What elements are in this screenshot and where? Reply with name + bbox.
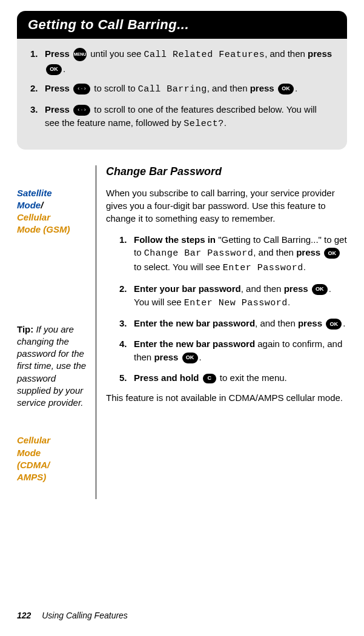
step-number: 3.	[119, 317, 134, 330]
step-text: .	[224, 118, 227, 128]
mode-satellite: Satellite	[17, 188, 52, 198]
grey-step-1: 1. Press MENU until you see Call Related…	[30, 47, 334, 76]
step-text: Press and hold	[134, 373, 199, 383]
step-text: , and then	[255, 318, 298, 328]
step-number: 4.	[119, 337, 134, 364]
sidebar: Satellite Mode/ Cellular Mode (GSM) Tip:…	[17, 165, 96, 500]
mode-cellular-cdma: (CDMA/	[17, 460, 50, 470]
mode-cellular-cdma: AMPS)	[17, 472, 46, 482]
intro-paragraph: When you subscribe to call barring, your…	[106, 187, 347, 225]
mode-cellular-cdma: Cellular	[17, 435, 50, 445]
step-text: Press	[45, 104, 70, 114]
main-step-5: 5. Press and hold C to exit the menu.	[119, 371, 347, 385]
mode-separator: /	[41, 200, 43, 210]
ok-icon: OK	[324, 248, 340, 259]
step-text: , and then	[265, 48, 308, 59]
grey-step-3: 3. Press ‹ · › to scroll to one of the f…	[30, 103, 334, 131]
section-banner: Getting to Call Barring...	[17, 11, 347, 39]
step-text: press	[154, 352, 178, 362]
step-text: Enter the new bar password	[134, 339, 255, 349]
scroll-icon: ‹ · ›	[73, 105, 90, 116]
step-text: .	[199, 352, 202, 362]
step-number: 2.	[30, 82, 45, 97]
ok-icon: OK	[278, 84, 294, 94]
main-step-1: 1. Follow the steps in "Getting to Call …	[119, 233, 347, 275]
step-text: press	[298, 318, 322, 328]
lcd-text: Change Bar Password	[144, 248, 254, 259]
step-text: Enter the new bar password	[134, 318, 255, 328]
step-number: 1.	[119, 233, 134, 275]
step-text: .	[343, 318, 345, 328]
cdma-note: This feature is not available in CDMA/AM…	[106, 391, 347, 404]
step-text: press	[284, 283, 308, 294]
grey-step-2: 2. Press ‹ · › to scroll to Call Barring…	[30, 82, 334, 97]
step-text: Follow the steps in	[134, 234, 216, 245]
main-step-4: 4. Enter the new bar password again to c…	[119, 337, 347, 364]
step-text: .	[288, 297, 290, 307]
lcd-text: Call Related Features	[144, 50, 265, 60]
step-text: press	[296, 247, 320, 257]
lcd-text: Select?	[184, 119, 224, 129]
step-text: press	[250, 83, 274, 93]
mode-label-sat-gsm: Satellite Mode/ Cellular Mode (GSM)	[17, 187, 87, 236]
tip-label: Tip:	[17, 324, 33, 334]
step-text: to select. You will see	[134, 262, 223, 272]
step-number: 3.	[30, 103, 45, 131]
step-text: , and then	[207, 83, 250, 93]
step-text: , and then	[241, 283, 284, 294]
step-text: press	[308, 48, 332, 59]
step-text: .	[295, 83, 297, 93]
menu-icon: MENU	[73, 48, 87, 61]
step-text: to scroll to	[91, 83, 138, 93]
mode-satellite: Mode	[17, 200, 41, 210]
navigation-steps-box: 1. Press MENU until you see Call Related…	[17, 39, 347, 150]
main-content: Change Bar Password When you subscribe t…	[96, 165, 347, 500]
c-icon: C	[203, 374, 216, 383]
step-text: until you see	[88, 48, 144, 59]
subsection-title: Change Bar Password	[106, 165, 347, 178]
step-number: 5.	[119, 371, 134, 385]
step-text: Press	[45, 48, 70, 59]
step-text: .	[63, 64, 65, 74]
main-step-2: 2. Enter your bar password, and then pre…	[119, 282, 347, 310]
step-text: Press	[45, 83, 70, 93]
step-text: , and then	[253, 247, 296, 257]
mode-cellular-gsm: Cellular	[17, 212, 50, 222]
tip-body: If you are changing the password for the…	[17, 324, 86, 408]
step-text: Enter your bar password	[134, 283, 241, 294]
ok-icon: OK	[312, 284, 328, 295]
step-text: to exit the menu.	[217, 373, 287, 383]
tip-block: Tip: If you are changing the password fo…	[17, 323, 87, 409]
lcd-text: Enter New Password	[184, 298, 288, 308]
lcd-text: Call Barring	[138, 84, 207, 94]
ok-icon: OK	[326, 319, 342, 330]
ok-icon: OK	[182, 353, 198, 363]
mode-cellular-gsm: Mode (GSM)	[17, 224, 70, 234]
step-number: 2.	[119, 282, 134, 310]
page-number: 122	[17, 611, 31, 620]
step-text: .	[303, 262, 306, 272]
mode-label-cdma: Cellular Mode (CDMA/ AMPS)	[17, 434, 87, 483]
mode-cellular-cdma: Mode	[17, 448, 41, 458]
ok-icon: OK	[46, 64, 62, 75]
step-number: 1.	[30, 47, 45, 76]
lcd-text: Enter Password	[223, 263, 303, 273]
chapter-name: Using Calling Features	[42, 611, 128, 620]
main-step-3: 3. Enter the new bar password, and then …	[119, 317, 347, 330]
scroll-icon: ‹ · ›	[73, 84, 90, 94]
page-footer: 122 Using Calling Features	[17, 611, 128, 620]
